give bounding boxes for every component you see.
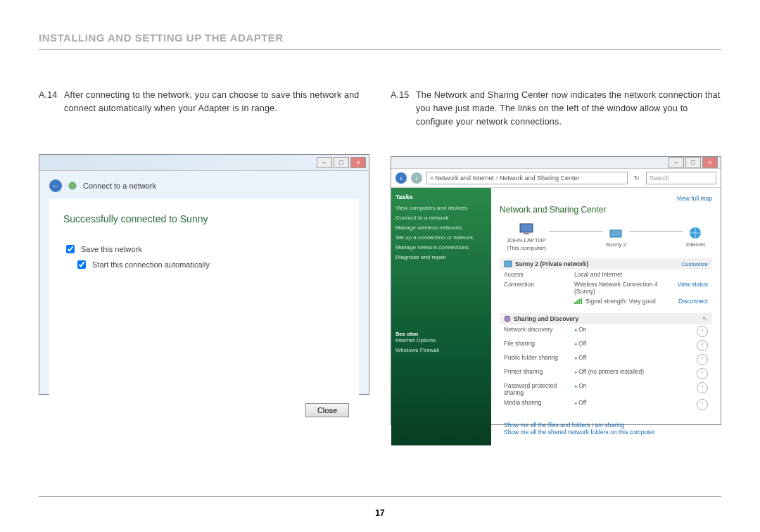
nsc-title: Network and Sharing Center xyxy=(500,205,712,215)
breadcrumb[interactable]: « Network and Internet › Network and Sha… xyxy=(426,172,628,184)
svg-rect-5 xyxy=(505,261,512,267)
minimize-button-b[interactable]: – xyxy=(669,157,684,168)
window-titlebar-b: – □ × xyxy=(391,157,721,169)
right-column: A.15 The Network and Sharing Center now … xyxy=(391,89,721,425)
globe-icon xyxy=(687,226,704,240)
step-a15-num: A.15 xyxy=(391,89,416,128)
connection-key: Connection xyxy=(504,281,574,295)
task-link-5[interactable]: Diagnose and repair xyxy=(395,254,487,260)
map-internet-label: Internet xyxy=(686,241,705,248)
success-message: Successfully connected to Sunny xyxy=(63,213,345,224)
computer-icon xyxy=(518,222,535,236)
sharing-key: Password protected sharing xyxy=(504,382,574,396)
bottom-rule xyxy=(39,496,721,497)
save-network-checkbox[interactable]: Save this network xyxy=(63,243,345,255)
network-section-name: Sunny 2 (Private network) xyxy=(515,260,588,267)
expand-button[interactable]: ˅ xyxy=(697,382,708,393)
expand-button[interactable]: ˅ xyxy=(697,354,708,365)
map-network-label: Sunny 2 xyxy=(606,241,626,248)
see-also-link-0[interactable]: Internet Options xyxy=(395,337,487,343)
svg-rect-7 xyxy=(576,300,578,304)
svg-rect-3 xyxy=(610,230,621,237)
left-column: A.14 After connecting to the network, yo… xyxy=(39,89,369,425)
footer-link-2[interactable]: Show me all the shared network folders o… xyxy=(504,429,708,436)
view-full-map-link[interactable]: View full map xyxy=(500,195,712,202)
expand-button[interactable]: ˅ xyxy=(697,368,708,379)
sharing-row: Network discovery● On˅ xyxy=(500,324,712,338)
network-map: JOHN-LAPTOP (This computer) Sunny 2 xyxy=(500,222,712,251)
sharing-key: Public folder sharing xyxy=(504,354,574,365)
svg-rect-2 xyxy=(524,233,529,234)
auto-connect-checkbox[interactable]: Start this connection automatically xyxy=(75,258,345,271)
screenshot-connect-dialog: – □ × ← Connect to a network Successfull… xyxy=(39,154,369,395)
connection-value: Wireless Network Connection 4 (Sunny) xyxy=(574,281,666,295)
signal-value: Signal strength: Very good xyxy=(585,298,656,305)
task-link-3[interactable]: Set up a connection or network xyxy=(395,234,487,241)
tasks-panel: Tasks View computers and devicesConnect … xyxy=(391,188,491,445)
network-device-icon xyxy=(607,226,624,240)
access-value: Local and Internet xyxy=(574,271,666,278)
sharing-key: Printer sharing xyxy=(504,368,574,379)
sharing-icon xyxy=(504,315,511,322)
top-rule xyxy=(39,49,721,50)
map-this-pc-sub: (This computer) xyxy=(507,245,546,251)
task-link-2[interactable]: Manage wireless networks xyxy=(395,224,487,231)
task-link-0[interactable]: View computers and devices xyxy=(395,205,487,211)
expand-button[interactable]: ˅ xyxy=(697,399,708,410)
page-number: 17 xyxy=(0,508,760,518)
refresh-icon[interactable]: ↻ xyxy=(632,175,642,182)
window-close-button-b[interactable]: × xyxy=(702,157,718,168)
sharing-row: Public folder sharing● Off˅ xyxy=(500,353,712,367)
sharing-value: ● Off xyxy=(574,340,666,351)
svg-rect-9 xyxy=(581,298,582,304)
svg-point-0 xyxy=(69,182,76,189)
search-input[interactable]: Search xyxy=(646,172,716,184)
save-network-input[interactable] xyxy=(66,245,75,253)
svg-rect-1 xyxy=(520,224,533,232)
step-a15: A.15 The Network and Sharing Center now … xyxy=(391,89,721,128)
screenshot-sharing-center: – □ × ‹ › « Network and Internet › Netwo… xyxy=(391,156,721,425)
disconnect-link[interactable]: Disconnect xyxy=(666,298,708,305)
step-a14: A.14 After connecting to the network, yo… xyxy=(39,89,369,115)
network-icon xyxy=(504,260,512,267)
save-network-label: Save this network xyxy=(81,245,142,253)
sharing-key: File sharing xyxy=(504,340,574,351)
back-icon[interactable]: ← xyxy=(49,179,62,192)
sharing-key: Media sharing xyxy=(504,399,574,410)
task-link-1[interactable]: Connect to a network xyxy=(395,215,487,221)
access-key: Access xyxy=(504,271,574,278)
nav-fwd-icon[interactable]: › xyxy=(411,172,422,184)
signal-bars-icon xyxy=(574,298,583,304)
expand-button[interactable]: ˅ xyxy=(697,340,708,351)
sharing-row: File sharing● Off˅ xyxy=(500,338,712,353)
footer-link-1[interactable]: Show me all the files and folders I am s… xyxy=(504,422,708,429)
sharing-row: Media sharing● Off˅ xyxy=(500,398,712,412)
network-section-header: Sunny 2 (Private network) Customize xyxy=(500,258,712,270)
maximize-button[interactable]: □ xyxy=(334,157,349,168)
view-status-link[interactable]: View status xyxy=(666,281,708,295)
task-link-4[interactable]: Manage network connections xyxy=(395,244,487,251)
maximize-button-b[interactable]: □ xyxy=(685,157,701,168)
close-button[interactable]: Close xyxy=(305,403,349,417)
sharing-section-header: Sharing and Discovery ↖ xyxy=(500,313,712,324)
auto-connect-input[interactable] xyxy=(77,260,86,269)
svg-point-10 xyxy=(505,316,510,322)
minimize-button[interactable]: – xyxy=(317,157,332,168)
sharing-value: ● Off xyxy=(574,354,666,365)
page-title: INSTALLING AND SETTING UP THE ADAPTER xyxy=(39,32,721,44)
see-also-link-1[interactable]: Windows Firewall xyxy=(395,347,487,353)
sharing-value: ● On xyxy=(574,326,666,337)
sharing-value: ● Off xyxy=(574,399,666,410)
sharing-section-title: Sharing and Discovery xyxy=(514,315,578,322)
wireless-icon xyxy=(68,181,77,191)
window-close-button[interactable]: × xyxy=(350,157,366,168)
step-a14-num: A.14 xyxy=(39,89,64,115)
tasks-title: Tasks xyxy=(395,194,487,201)
window-titlebar-a: – □ × xyxy=(39,155,369,171)
nav-back-icon[interactable]: ‹ xyxy=(395,172,407,184)
customize-link[interactable]: Customize xyxy=(681,261,708,267)
address-bar-row: ‹ › « Network and Internet › Network and… xyxy=(391,169,721,188)
sharing-row: Password protected sharing● On˅ xyxy=(500,381,712,398)
sharing-key: Network discovery xyxy=(504,326,574,337)
expand-button[interactable]: ˅ xyxy=(697,326,708,337)
